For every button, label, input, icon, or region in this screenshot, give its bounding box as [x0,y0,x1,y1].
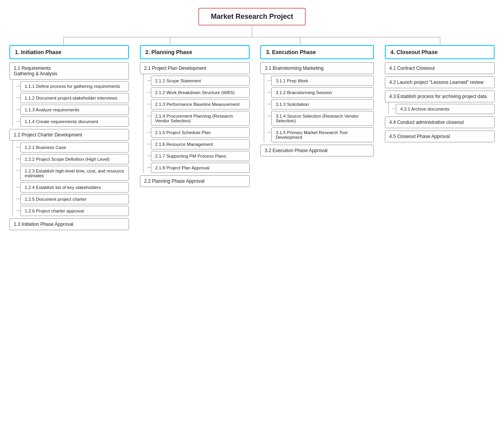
node-3.1.1: 3.1.1 Prep Work [271,76,374,86]
phase2-header: 2. Planning Phase [140,45,250,59]
node-1.2.6: 1.2.6 Project charter approval [20,206,129,216]
l1-group-4.3: 4.3 Establish process for archiving proj… [385,91,495,114]
l1-group-1.2: 1.2 Project Charter Development 1.2.1 Bu… [9,129,129,216]
node-1.2.4: 1.2.4 Establish list of key stakeholders [20,182,129,193]
row-1.1.1: 1.1.1 Define process for gathering requi… [16,81,129,91]
node-4.5: 4.5 Closeout Phase Approval [385,131,495,142]
l1-group-3.1: 3.1 Brainstorming Marketing 3.1.1 Prep W… [260,62,374,142]
node-2.1.4: 2.1.4 Procurement Planning (Research Ven… [151,111,250,126]
node-2.1.7: 2.1.7 Supporting PM Process Plans [151,151,250,161]
row-1.1.2: 1.1.2 Document project-stakeholder inter… [16,93,129,103]
node-4.1: 4.1 Contract Closeout [385,62,495,74]
node-3.1.5: 3.1.5 Primary Market Research Tool Devel… [271,127,374,142]
node-2.1-children: 2.1.1 Scope Statement 2.1.2 Work Breakdo… [140,74,250,173]
node-1.2.1: 1.2.1 Business Case [20,142,129,153]
phase1-col: 1. Initiation Phase 1.1 Requirements Gat… [9,45,129,232]
l1-group-2.1: 2.1 Project Plan Development 2.1.1 Scope… [140,62,250,173]
node-1.2.5: 1.2.5 Document project charter [20,194,129,204]
l1-group-1.1: 1.1 Requirements Gathering & Analysis 1.… [9,62,129,127]
node-4.3.1: 4.3.1 Archive documents [396,104,495,114]
phase1-header: 1. Initiation Phase [9,45,129,59]
node-2.1.3: 2.1.3 Performance Baseline Measurement [151,99,250,109]
node-1.2-children: 1.2.1 Business Case 1.2.2 Project Scope … [9,141,129,216]
phase3-header: 3. Execution Phase [260,45,374,59]
node-3.1.3: 3.1.3 Solicitation [271,99,374,109]
node-4.3-children: 4.3.1 Archive documents [385,102,495,114]
root-node: Market Research Project [198,8,306,25]
node-1.2: 1.2 Project Charter Development [9,129,129,141]
phase4-header: 4. Closeout Phase [385,45,495,59]
phases-row: 1. Initiation Phase 1.1 Requirements Gat… [4,45,500,232]
node-4.3: 4.3 Establish process for archiving proj… [385,91,495,102]
row-1.1.3: 1.1.3 Analyze requirements [16,105,129,115]
node-4.2: 4.2 Launch project "Lessons Learned" rev… [385,76,495,88]
node-1.1.2: 1.1.2 Document project-stakeholder inter… [20,93,129,103]
node-3.1-children: 3.1.1 Prep Work 3.1.2 Brainstorming Sess… [260,74,374,142]
node-2.1.1: 2.1.1 Scope Statement [151,76,250,86]
node-1.1.3: 1.1.3 Analyze requirements [20,105,129,115]
wbs-diagram: Market Research Project 1. Initiation Ph… [0,0,504,240]
node-3.2: 3.2 Execution Phase Approval [260,145,374,156]
node-2.1.2: 2.1.2 Work Breakdown Structure (WBS) [151,87,250,98]
node-1.1-children: 1.1.1 Define process for gathering requi… [9,80,129,127]
node-2.1.6: 2.1.6 Resource Management [151,139,250,149]
node-1.3: 1.3 Initiation Phase Approval [9,218,129,230]
node-3.1.2: 3.1.2 Brainstorming Session [271,87,374,98]
root-connector-svg [4,25,500,45]
node-1.1.1: 1.1.1 Define process for gathering requi… [20,81,129,91]
row-1.1.4: 1.1.4 Create requirements document [16,116,129,127]
node-1.2.2: 1.2.2 Project Scope Definition (High Lev… [20,154,129,164]
root-level: Market Research Project [4,8,500,25]
node-3.1: 3.1 Brainstorming Marketing [260,62,374,74]
node-2.1.5: 2.1.5 Project Schedule Plan [151,127,250,138]
phase2-col: 2. Planning Phase 2.1 Project Plan Devel… [140,45,250,189]
phase3-col: 3. Execution Phase 3.1 Brainstorming Mar… [260,45,374,159]
node-3.1.4: 3.1.4 Source Selection (Research Vendor … [271,111,374,126]
node-2.1: 2.1 Project Plan Development [140,62,250,74]
node-2.2: 2.2 Planning Phase Approval [140,175,250,187]
phase4-col: 4. Closeout Phase 4.1 Contract Closeout … [385,45,495,145]
root-title: Market Research Project [211,13,293,20]
node-2.1.8: 2.1.8 Project Plan Approval [151,163,250,173]
node-1.1: 1.1 Requirements Gathering & Analysis [9,62,129,80]
node-1.1.4: 1.1.4 Create requirements document [20,116,129,127]
node-4.4: 4.4 Conduct administrative closeout [385,116,495,128]
node-1.2.3: 1.2.3 Establish high-level time, cost, a… [20,166,129,181]
